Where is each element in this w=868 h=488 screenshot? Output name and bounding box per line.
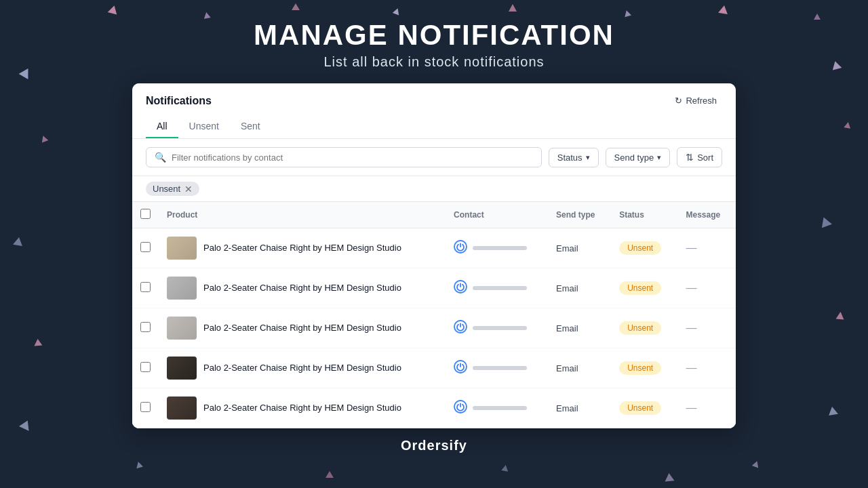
product-name: Palo 2-Seater Chaise Right by HEM Design… xyxy=(203,402,401,414)
sort-button[interactable]: ⇅ Sort xyxy=(677,147,722,167)
filter-tag-close-button[interactable]: ✕ xyxy=(184,184,193,194)
row-checkbox-cell xyxy=(132,348,159,388)
status-cell: Unsent xyxy=(611,388,677,428)
contact-cell xyxy=(446,268,548,308)
row-checkbox-1[interactable] xyxy=(140,282,151,292)
refresh-button[interactable]: ↻ Refresh xyxy=(669,93,722,108)
send-type-cell: Email xyxy=(548,308,611,348)
product-cell: Palo 2-Seater Chaise Right by HEM Design… xyxy=(159,348,446,388)
send-type-cell: Email xyxy=(548,348,611,388)
message-dash: — xyxy=(686,362,697,373)
contact-cell xyxy=(446,388,548,428)
message-dash: — xyxy=(686,242,697,253)
product-cell: Palo 2-Seater Chaise Right by HEM Design… xyxy=(159,388,446,428)
page-header: MANAGE NOTIFICATION List all back in sto… xyxy=(0,0,868,83)
status-filter-label: Status xyxy=(557,152,583,163)
row-checkbox-2[interactable] xyxy=(140,322,151,332)
product-cell: Palo 2-Seater Chaise Right by HEM Design… xyxy=(159,228,446,268)
col-status: Status xyxy=(611,202,677,228)
tab-sent[interactable]: Sent xyxy=(230,115,271,138)
product-cell: Palo 2-Seater Chaise Right by HEM Design… xyxy=(159,268,446,308)
product-image xyxy=(167,277,197,300)
brand-name: Ordersify xyxy=(401,438,467,453)
contact-power-icon xyxy=(454,240,467,257)
status-badge: Unsent xyxy=(619,281,661,295)
tab-unsent[interactable]: Unsent xyxy=(178,115,230,138)
message-cell: — xyxy=(678,228,736,268)
send-type-filter-button[interactable]: Send type ▾ xyxy=(606,148,671,167)
send-type-chevron-icon: ▾ xyxy=(657,153,661,162)
message-cell: — xyxy=(678,388,736,428)
tab-all[interactable]: All xyxy=(146,115,178,138)
message-dash: — xyxy=(686,402,697,413)
col-contact: Contact xyxy=(446,202,548,228)
col-send-type: Send type xyxy=(548,202,611,228)
product-name: Palo 2-Seater Chaise Right by HEM Design… xyxy=(203,242,401,254)
product-name: Palo 2-Seater Chaise Right by HEM Design… xyxy=(203,362,401,374)
send-type-cell: Email xyxy=(548,228,611,268)
contact-bar xyxy=(473,286,527,290)
table-row: Palo 2-Seater Chaise Right by HEM Design… xyxy=(132,348,736,388)
status-badge: Unsent xyxy=(619,241,661,255)
search-input[interactable] xyxy=(172,152,533,163)
contact-bar xyxy=(473,366,527,370)
sort-icon: ⇅ xyxy=(686,152,694,163)
select-all-checkbox[interactable] xyxy=(140,209,151,219)
message-cell: — xyxy=(678,268,736,308)
product-image xyxy=(167,396,197,420)
contact-power-icon xyxy=(454,280,467,297)
message-cell: — xyxy=(678,348,736,388)
status-filter-chevron-icon: ▾ xyxy=(586,153,590,162)
status-cell: Unsent xyxy=(611,268,677,308)
status-badge: Unsent xyxy=(619,321,661,335)
contact-cell xyxy=(446,348,548,388)
send-type-cell: Email xyxy=(548,268,611,308)
tab-bar: All Unsent Sent xyxy=(146,115,722,138)
refresh-label: Refresh xyxy=(686,96,717,106)
send-type-cell: Email xyxy=(548,388,611,428)
unsent-filter-tag: Unsent ✕ xyxy=(146,182,199,196)
panel-header: Notifications ↻ Refresh All Unsent Sent xyxy=(132,83,736,139)
row-checkbox-0[interactable] xyxy=(140,242,151,252)
table-row: Palo 2-Seater Chaise Right by HEM Design… xyxy=(132,308,736,348)
row-checkbox-3[interactable] xyxy=(140,362,151,372)
row-checkbox-cell xyxy=(132,268,159,308)
notifications-table-wrapper: Product Contact Send type Status Message xyxy=(132,202,736,428)
toolbar: 🔍 Status ▾ Send type ▾ ⇅ Sort xyxy=(132,139,736,176)
contact-power-icon xyxy=(454,400,467,417)
contact-cell xyxy=(446,228,548,268)
status-filter-button[interactable]: Status ▾ xyxy=(549,148,599,167)
col-message: Message xyxy=(678,202,736,228)
footer: Ordersify xyxy=(0,438,868,453)
table-row: Palo 2-Seater Chaise Right by HEM Design… xyxy=(132,228,736,268)
message-dash: — xyxy=(686,322,697,333)
contact-bar xyxy=(473,246,527,250)
search-box: 🔍 xyxy=(146,147,542,167)
contact-power-icon xyxy=(454,320,467,337)
send-type-filter-label: Send type xyxy=(614,152,654,163)
contact-cell xyxy=(446,308,548,348)
status-cell: Unsent xyxy=(611,348,677,388)
row-checkbox-cell xyxy=(132,308,159,348)
product-image xyxy=(167,317,197,340)
filter-tag-label: Unsent xyxy=(153,184,180,194)
row-checkbox-cell xyxy=(132,228,159,268)
panel-title: Notifications xyxy=(146,95,212,107)
status-badge: Unsent xyxy=(619,401,661,415)
notifications-table: Product Contact Send type Status Message xyxy=(132,202,736,428)
notifications-panel: Notifications ↻ Refresh All Unsent Sent … xyxy=(132,83,736,428)
table-row: Palo 2-Seater Chaise Right by HEM Design… xyxy=(132,268,736,308)
col-product: Product xyxy=(159,202,446,228)
product-image xyxy=(167,237,197,260)
status-badge: Unsent xyxy=(619,361,661,375)
page-subtitle: List all back in stock notifications xyxy=(0,54,868,70)
table-row: Palo 2-Seater Chaise Right by HEM Design… xyxy=(132,388,736,428)
product-cell: Palo 2-Seater Chaise Right by HEM Design… xyxy=(159,308,446,348)
select-all-header xyxy=(132,202,159,228)
row-checkbox-cell xyxy=(132,388,159,428)
row-checkbox-4[interactable] xyxy=(140,402,151,412)
contact-bar xyxy=(473,406,527,410)
product-image xyxy=(167,357,197,380)
sort-label: Sort xyxy=(697,152,713,163)
search-icon: 🔍 xyxy=(155,152,166,163)
